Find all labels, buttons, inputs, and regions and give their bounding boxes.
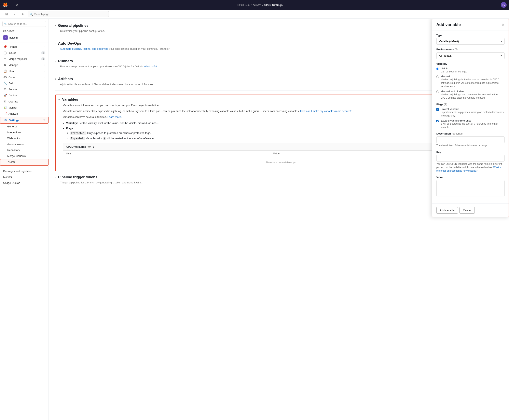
git-icon[interactable]: ⑂	[11, 11, 18, 17]
description-label: Description (optional)	[436, 132, 505, 135]
collapse-icon: ›	[55, 24, 56, 27]
key-precedence-link[interactable]: What is the order of precedence for vari…	[436, 166, 501, 172]
chevron-icon: ›	[45, 88, 45, 90]
edit-icon[interactable]: ✏	[19, 11, 26, 17]
close-panel-button[interactable]: ✕	[501, 22, 505, 27]
sidebar-item-monitor-bottom[interactable]: Monitor	[0, 174, 48, 180]
top-bar: 🦊 ☰ ✕ Tiexin Guo / actsctrl / CI/CD Sett…	[0, 0, 509, 10]
variables-learn-more-link[interactable]: Learn more.	[107, 115, 122, 119]
checkbox-text: Protect variable Export variable to pipe…	[441, 107, 505, 118]
breadcrumb-user[interactable]: Tiexin Guo	[237, 3, 250, 7]
chevron-icon: ›	[45, 45, 45, 48]
checkbox-text: Expand variable reference $ will be trea…	[441, 119, 505, 129]
add-variable-button[interactable]: Add variable	[436, 207, 458, 214]
sidebar-item-cicd[interactable]: CI/CD	[0, 159, 48, 165]
key-input[interactable]	[436, 155, 505, 162]
sidebar-item-label: Issues	[8, 51, 16, 54]
sidebar-item-issues[interactable]: ◯ Issues 0	[0, 50, 48, 56]
sidebar-item-pinned[interactable]: 📌 Pinned ›	[0, 44, 48, 50]
cicd-variables-count: 0	[93, 145, 94, 148]
operate-icon: ⚙	[3, 100, 7, 103]
panel-toggle-button[interactable]: ⊞	[3, 11, 10, 17]
plan-icon: 📋	[3, 69, 7, 73]
search-input[interactable]	[28, 11, 109, 17]
value-input[interactable]	[436, 180, 505, 196]
chevron-icon: ›	[45, 70, 45, 72]
chevron-down-icon: ∨	[43, 119, 45, 121]
key-hint: You can use CI/CD variables with the sam…	[436, 162, 505, 172]
settings-icon: ⚙	[4, 119, 7, 122]
chevron-icon: ›	[45, 112, 45, 115]
collapse-icon: ›	[55, 42, 56, 45]
visibility-masked-hidden-radio[interactable]	[436, 90, 439, 93]
expand-variable-checkbox[interactable]	[436, 120, 439, 122]
section-title: Variables	[62, 98, 78, 102]
issues-badge: 0	[41, 51, 45, 54]
runners-link[interactable]: What is Git...	[144, 65, 159, 68]
auto-devops-link[interactable]: Automate building, testing, and deployin…	[60, 47, 108, 50]
sidebar-item-usage-quotas[interactable]: Usage Quotas	[0, 180, 48, 186]
sidebar-item-webhooks[interactable]: Webhooks	[0, 135, 48, 141]
sidebar-item-label: Pinned	[8, 45, 17, 48]
sidebar-toggle-icon[interactable]: ☰	[10, 3, 13, 7]
key-group: Key You can use CI/CD variables with the…	[436, 150, 505, 172]
sidebar-item-manage[interactable]: ⚙ Manage ›	[0, 62, 48, 68]
sidebar-item-merge-requests-sub[interactable]: Merge requests	[0, 153, 48, 159]
flags-help-icon[interactable]: ?	[444, 103, 447, 106]
collapse-icon: ›	[55, 60, 56, 63]
gitlab-logo-icon[interactable]: 🦊	[2, 2, 8, 8]
sidebar-item-repository[interactable]: Repository	[0, 147, 48, 153]
avatar[interactable]: TG	[501, 2, 507, 8]
environments-help-icon[interactable]: ?	[455, 48, 457, 51]
sidebar-item-label: Merge requests	[8, 57, 27, 60]
col-key[interactable]: Key ↑	[66, 152, 273, 155]
sidebar-item-monitor[interactable]: 📊 Monitor ›	[0, 105, 48, 111]
visibility-masked-option: Masked Masked in job logs but value can …	[436, 75, 505, 88]
sidebar-item-merge-requests[interactable]: ⑂ Merge requests 0	[0, 56, 48, 62]
sidebar-item-settings[interactable]: ⚙ Settings ∨	[0, 117, 48, 124]
sidebar-item-build[interactable]: 🔧 Build ›	[0, 80, 48, 86]
sidebar-item-secure[interactable]: 🛡 Secure ›	[0, 86, 48, 92]
protect-variable-option: Protect variable Export variable to pipe…	[436, 107, 505, 118]
flags-section: Flags ? Protect variable Export variable…	[436, 103, 505, 129]
sidebar-item-packages-registries[interactable]: Packages and registries	[0, 168, 48, 174]
sidebar-item-integrations[interactable]: Integrations	[0, 129, 48, 135]
key-label: Key	[436, 150, 505, 154]
code-icon: </>	[3, 75, 7, 79]
breadcrumb-project[interactable]: actsctrl	[253, 3, 261, 7]
section-title: Artifacts	[58, 77, 73, 81]
environments-select[interactable]: All (default) production staging	[436, 52, 505, 59]
sidebar-item-code[interactable]: </> Code ›	[0, 74, 48, 80]
sidebar-project[interactable]: A actsctrl	[0, 34, 48, 41]
protect-variable-checkbox[interactable]	[436, 108, 439, 111]
sidebar-item-deploy[interactable]: 🚀 Deploy ›	[0, 92, 48, 98]
type-label: Type	[436, 34, 505, 37]
chevron-icon: ›	[45, 64, 45, 66]
sidebar-item-general[interactable]: General	[0, 124, 48, 129]
visibility-masked-radio[interactable]	[436, 75, 439, 78]
masked-hidden-desc: Masked in job logs, and can never be rev…	[441, 93, 505, 100]
sidebar-item-label: Manage	[8, 63, 18, 67]
sidebar-search: 🔍	[2, 21, 46, 27]
radio-text: Masked and hidden Masked in job logs, an…	[441, 90, 505, 100]
expand-variable-option: Expand variable reference $ will be trea…	[436, 119, 505, 129]
cancel-button[interactable]: Cancel	[459, 207, 474, 214]
section-title: General pipelines	[58, 23, 89, 28]
visible-desc: Can be seen in job logs.	[441, 70, 467, 74]
variables-security-link[interactable]: How can I make my variables more secure?	[300, 110, 351, 112]
sidebar-item-access-tokens[interactable]: Access tokens	[0, 141, 48, 147]
packages-label: Packages and registries	[3, 170, 31, 173]
description-input[interactable]	[436, 136, 505, 143]
panel-body: Type Variable (default) File Environment…	[432, 30, 509, 203]
sidebar-item-analyze[interactable]: 📈 Analyze ›	[0, 111, 48, 117]
sidebar-item-operate[interactable]: ⚙ Operate ›	[0, 98, 48, 105]
sidebar-search-input[interactable]	[2, 21, 46, 27]
sidebar-item-plan[interactable]: 📋 Plan ›	[0, 68, 48, 74]
sidebar-divider-2	[0, 167, 48, 167]
visibility-visible-radio[interactable]	[436, 68, 439, 70]
type-group: Type Variable (default) File	[436, 34, 505, 45]
new-item-icon[interactable]: ✕	[16, 3, 19, 7]
sidebar-search-icon: 🔍	[4, 23, 7, 25]
masked-hidden-label: Masked and hidden	[441, 90, 505, 93]
type-select[interactable]: Variable (default) File	[436, 38, 505, 45]
